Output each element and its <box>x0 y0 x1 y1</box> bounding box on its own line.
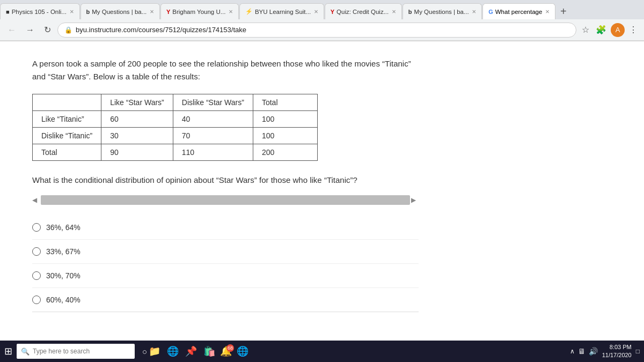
profile-button[interactable]: A <box>611 23 625 37</box>
radio-button-1[interactable] <box>32 223 41 232</box>
tab-physics[interactable]: ■ Physics 105 - Onli... × <box>0 3 80 19</box>
conditional-question-text: What is the conditional distribution of … <box>32 174 419 187</box>
tab-close-byulearn[interactable]: × <box>314 8 318 16</box>
table-cell-dislike-titanic-dislike-sw: 70 <box>173 128 253 144</box>
taskbar-app-edge[interactable]: 🌐 <box>165 344 180 359</box>
table-row-total: Total 90 110 200 <box>33 144 318 161</box>
menu-button[interactable]: ⋮ <box>627 23 640 37</box>
clock-time: 8:03 PM <box>602 343 632 351</box>
taskbar-app-explorer[interactable]: 📁 <box>147 344 162 359</box>
answer-option-2[interactable]: 33%, 67% <box>32 240 419 264</box>
slider-right-arrow[interactable]: ▶ <box>411 196 419 204</box>
question-intro: A person took a sample of 200 people to … <box>32 57 419 83</box>
table-header-dislike-starwars: Dislike “Star Wars” <box>173 94 253 111</box>
notification-badge: 68 <box>226 344 234 352</box>
table-cell-like-titanic-label: Like “Titanic” <box>33 111 101 128</box>
network-icon[interactable]: 🖥 <box>578 347 586 356</box>
tab-icon-physics: ■ <box>6 9 10 15</box>
browser-chrome: ■ Physics 105 - Onli... × b My Questions… <box>0 0 644 41</box>
tab-byu[interactable]: Y Brigham Young U... × <box>160 3 239 19</box>
taskbar-right-area: ∧ 🖥 🔊 8:03 PM 11/17/2020 □ <box>570 343 640 360</box>
table-header-row: Like “Star Wars” Dislike “Star Wars” Tot… <box>33 94 318 111</box>
taskbar-apps: 📁 🌐 📌 🛍️ 🔔 68 🌐 <box>147 344 570 359</box>
taskbar-app-notification[interactable]: 🔔 68 <box>220 345 232 357</box>
table-row-dislike-titanic: Dislike “Titanic” 30 70 100 <box>33 128 318 144</box>
forward-button[interactable]: → <box>23 23 38 37</box>
tab-close-byu[interactable]: × <box>229 8 233 16</box>
tab-label-quizcredit: Quiz: Credit Quiz... <box>336 9 389 15</box>
refresh-button[interactable]: ↻ <box>41 23 54 37</box>
start-button[interactable]: ⊞ <box>4 345 12 357</box>
taskbar-clock[interactable]: 8:03 PM 11/17/2020 <box>602 343 632 360</box>
tab-close-quizcredit[interactable]: × <box>392 8 396 16</box>
answer-label-3: 30%, 70% <box>46 271 80 280</box>
lock-icon: 🔒 <box>64 26 72 34</box>
table-header-empty <box>33 94 101 111</box>
clock-date: 11/17/2020 <box>602 351 632 359</box>
taskbar-system-icons: ∧ 🖥 🔊 <box>570 347 598 356</box>
radio-button-4[interactable] <box>32 295 41 304</box>
tab-myquestions1[interactable]: b My Questions | ba... × <box>80 3 160 19</box>
table-cell-total-label: Total <box>33 144 101 161</box>
table-cell-total-like-sw: 90 <box>101 144 173 161</box>
taskbar-app-store[interactable]: 🛍️ <box>202 344 217 359</box>
table-row-like-titanic: Like “Titanic” 60 40 100 <box>33 111 318 128</box>
tab-icon-myq1: b <box>86 9 90 15</box>
answer-option-4[interactable]: 60%, 40% <box>32 288 419 312</box>
tab-icon-byu: Y <box>166 9 170 15</box>
extensions-button[interactable]: 🧩 <box>594 23 609 37</box>
table-cell-dislike-titanic-like-sw: 30 <box>101 128 173 144</box>
table-header-total: Total <box>253 94 317 111</box>
back-button[interactable]: ← <box>4 23 19 37</box>
tab-label-byu: Brigham Young U... <box>172 9 225 15</box>
show-desktop-button[interactable]: □ <box>636 348 640 355</box>
tab-icon-byulearn: ⚡ <box>245 8 253 15</box>
slider-left-arrow[interactable]: ◀ <box>32 196 40 204</box>
tab-quiz-credit[interactable]: Y Quiz: Credit Quiz... × <box>325 3 402 19</box>
tab-byulearning[interactable]: ⚡ BYU Learning Suit... × <box>239 3 324 19</box>
slider-track[interactable] <box>41 195 410 205</box>
taskbar-app-files[interactable]: 📌 <box>184 344 199 359</box>
radio-button-3[interactable] <box>32 271 41 280</box>
answer-option-3[interactable]: 30%, 70% <box>32 264 419 288</box>
chevron-up-icon[interactable]: ∧ <box>570 348 575 355</box>
address-bar[interactable]: 🔒 byu.instructure.com/courses/7512/quizz… <box>57 23 576 38</box>
taskbar: ⊞ 🔍 ○ 📁 🌐 📌 🛍️ 🔔 68 🌐 ∧ 🖥 🔊 8:03 PM 11/1… <box>0 341 644 362</box>
search-icon: 🔍 <box>21 348 30 356</box>
table-cell-like-titanic-total: 100 <box>253 111 317 128</box>
nav-actions: ☆ 🧩 A ⋮ <box>580 23 640 37</box>
taskbar-search-input[interactable] <box>33 348 130 355</box>
tab-label-byulearn: BYU Learning Suit... <box>255 9 311 15</box>
tab-close-physics[interactable]: × <box>70 8 74 16</box>
page-content: A person took a sample of 200 people to … <box>0 41 644 341</box>
tab-close-myq1[interactable]: × <box>150 8 154 16</box>
answer-label-4: 60%, 40% <box>46 295 80 304</box>
tab-label-myq2: My Questions | ba... <box>414 9 469 15</box>
tab-close-whatpercent[interactable]: × <box>545 8 550 16</box>
data-table: Like “Star Wars” Dislike “Star Wars” Tot… <box>32 94 318 161</box>
nav-bar: ← → ↻ 🔒 byu.instructure.com/courses/7512… <box>0 19 644 41</box>
new-tab-button[interactable]: + <box>556 5 571 18</box>
tab-label-whatpercent: What percentage <box>495 9 543 15</box>
tab-close-myq2[interactable]: × <box>472 8 477 16</box>
table-cell-dislike-titanic-total: 100 <box>253 128 317 144</box>
taskbar-app-chrome[interactable]: 🌐 <box>235 344 250 359</box>
volume-icon[interactable]: 🔊 <box>589 347 598 356</box>
table-cell-like-titanic-dislike-sw: 40 <box>173 111 253 128</box>
tab-label-myq1: My Questions | ba... <box>92 9 147 15</box>
cortana-button[interactable]: ○ <box>142 347 147 356</box>
radio-button-2[interactable] <box>32 247 41 256</box>
answer-option-1[interactable]: 36%, 64% <box>32 216 419 240</box>
slider-area[interactable]: ◀ ▶ <box>32 195 419 205</box>
tab-icon-whatpercent: G <box>488 9 493 15</box>
table-cell-total-dislike-sw: 110 <box>173 144 253 161</box>
tab-myquestions2[interactable]: b My Questions | ba... × <box>402 3 482 19</box>
tab-whatpercent[interactable]: G What percentage × <box>482 3 555 19</box>
table-header-like-starwars: Like “Star Wars” <box>101 94 173 111</box>
table-cell-like-titanic-like-sw: 60 <box>101 111 173 128</box>
tab-icon-quizcredit: Y <box>331 9 334 15</box>
answer-label-1: 36%, 64% <box>46 223 80 232</box>
tab-bar: ■ Physics 105 - Onli... × b My Questions… <box>0 0 644 19</box>
taskbar-search-box[interactable]: 🔍 <box>17 344 135 359</box>
bookmark-button[interactable]: ☆ <box>580 23 591 37</box>
